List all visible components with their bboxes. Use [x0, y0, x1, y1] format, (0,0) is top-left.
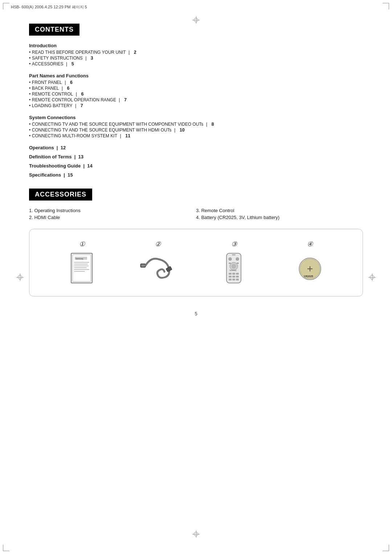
svg-rect-3	[74, 262, 89, 263]
svg-rect-12	[166, 266, 172, 272]
toc-item-label: REMOTE CONTROL OPERATION RANGE	[32, 97, 116, 102]
svg-rect-27	[229, 279, 232, 280]
toc-pipe: |	[119, 133, 122, 138]
accessories-item-2: 2. HDMI Cable	[29, 215, 196, 220]
toc-item-multi-room: • CONNECTING MULTI-ROOM SYSTEM KIT | 11	[29, 133, 363, 138]
toc-pipe: |	[74, 92, 78, 97]
toc-item-label: LOADING BATTERY	[32, 103, 73, 108]
crop-mark-br	[383, 545, 389, 551]
toc-group-title-part-names: Part Names and Functions	[29, 73, 363, 78]
toc-group-introduction: Introduction • READ THIS BEFORE OPERATIN…	[29, 43, 363, 66]
svg-rect-14	[232, 254, 236, 255]
svg-rect-4	[74, 264, 88, 264]
toc-item-label: FRONT PANEL	[32, 80, 62, 85]
toc-bullet: •	[29, 50, 32, 55]
page-header: HSB- 600(A) 2006.4.25 12:29 PM 페이지 5	[0, 0, 392, 13]
accessory-item-4-box: ④ CR2025	[277, 240, 343, 285]
svg-point-15	[229, 258, 232, 260]
toc-pipe: |	[64, 80, 67, 85]
toc-item-label: BACK PANEL	[32, 86, 59, 91]
toc-group-part-names: Part Names and Functions • FRONT PANEL |…	[29, 73, 363, 108]
toc-item-page: 8	[212, 122, 214, 127]
accessory-image-4: CR2025	[292, 252, 328, 285]
svg-rect-8	[74, 271, 85, 272]
accessory-image-2	[140, 252, 176, 285]
page-wrapper: HSB- 600(A) 2006.4.25 12:29 PM 페이지 5 CON…	[0, 0, 392, 554]
toc-bullet: •	[29, 92, 32, 97]
svg-text:Samsung: Samsung	[75, 258, 83, 260]
toc-item-page: 10	[180, 128, 185, 133]
accessory-item-3-box: ③	[201, 240, 268, 285]
toc-bullet: •	[29, 61, 32, 66]
toc-definition-page: 13	[78, 154, 83, 159]
toc-item-page: 7	[124, 97, 127, 102]
toc-bullet: •	[29, 122, 32, 127]
svg-rect-5	[74, 266, 89, 266]
svg-rect-26	[236, 276, 239, 278]
svg-rect-11	[141, 264, 145, 267]
svg-rect-21	[229, 273, 232, 275]
contents-title: CONTENTS	[29, 24, 79, 36]
toc-item-page: 2	[134, 50, 136, 55]
accessory-number-2: ②	[155, 240, 161, 248]
toc-pipe: |	[205, 122, 208, 127]
cross-mark-bottom	[192, 530, 200, 538]
svg-rect-20	[237, 263, 239, 264]
cross-mark-left	[16, 274, 24, 281]
accessory-image-1: Samsung	[64, 252, 100, 285]
page-number: 5	[29, 311, 363, 316]
cross-mark-right	[368, 274, 376, 281]
toc-item-label: READ THIS BEFORE OPERATING YOUR UNIT	[32, 50, 126, 55]
accessory-item-1-box: ①	[49, 240, 115, 285]
accessory-number-4: ④	[307, 240, 313, 248]
accessories-section: ACCESSORIES 1. Operating Instructions 2.…	[29, 189, 363, 296]
svg-text:Samsung: Samsung	[229, 270, 237, 271]
toc-item-page: 6	[67, 86, 70, 91]
svg-point-16	[236, 258, 239, 260]
toc-item-label: CONNECTING MULTI-ROOM SYSTEM KIT	[32, 133, 117, 138]
contents-section: CONTENTS Introduction • READ THIS BEFORE…	[29, 24, 363, 178]
toc-specifications: Specifications | 15	[29, 172, 363, 178]
svg-rect-24	[229, 276, 232, 278]
toc-item-component-video: • CONNECTING TV AND THE SOURCE EQUIPMENT…	[29, 122, 363, 127]
accessories-list: 1. Operating Instructions 2. HDMI Cable …	[29, 208, 363, 222]
toc-item-hdmi-outs: • CONNECTING TV AND THE SOURCE EQUIPMENT…	[29, 128, 363, 133]
toc-item-page: 6	[81, 92, 83, 97]
toc-bullet: •	[29, 128, 32, 133]
crop-mark-bl	[3, 545, 9, 551]
svg-rect-28	[232, 279, 235, 280]
svg-rect-25	[232, 276, 235, 278]
toc-item-back-panel: • BACK PANEL | 6	[29, 86, 363, 91]
main-content: CONTENTS Introduction • READ THIS BEFORE…	[0, 13, 392, 331]
svg-rect-7	[74, 269, 89, 270]
svg-rect-19	[229, 263, 231, 264]
svg-rect-22	[232, 273, 235, 275]
file-info: HSB- 600(A) 2006.4.25 12:29 PM 페이지 5	[11, 4, 87, 10]
accessory-number-3: ③	[231, 240, 237, 248]
toc-item-page: 11	[125, 133, 130, 138]
accessories-title: ACCESSORIES	[29, 189, 92, 201]
toc-item-page: 3	[91, 56, 93, 61]
accessory-number-1: ①	[79, 240, 85, 248]
toc-item-front-panel: • FRONT PANEL | 6	[29, 80, 363, 85]
svg-rect-29	[236, 279, 239, 280]
toc-operations: Operations | 12	[29, 145, 363, 150]
accessories-col-left: 1. Operating Instructions 2. HDMI Cable	[29, 208, 196, 222]
toc-pipe: |	[118, 97, 121, 102]
toc-item-label: ACCESSORIES	[32, 61, 64, 66]
accessories-item-4: 4. Battery (CR2025, 3V, Lithium battery)	[196, 215, 363, 220]
toc-pipe: |	[74, 103, 77, 108]
toc-item-label: REMOTE CONTROL	[32, 92, 73, 97]
toc-item-accessories-ref: • ACCESSORIES | 5	[29, 61, 363, 66]
toc-bullet: •	[29, 80, 32, 85]
accessories-item-1: 1. Operating Instructions	[29, 208, 196, 213]
toc-item-loading-battery: • LOADING BATTERY | 7	[29, 103, 363, 108]
toc-item-read-before: • READ THIS BEFORE OPERATING YOUR UNIT |…	[29, 50, 363, 55]
toc-item-safety: • SAFETY INSTRUCTIONS | 3	[29, 56, 363, 61]
toc-pipe: |	[65, 61, 69, 66]
toc-bullet: •	[29, 103, 32, 108]
toc-item-label: CONNECTING TV AND THE SOURCE EQUIPMENT W…	[32, 128, 172, 133]
toc-pipe: |	[127, 50, 131, 55]
toc-troubleshooting: Troubleshooting Guide | 14	[29, 163, 363, 169]
toc-bullet: •	[29, 97, 32, 102]
